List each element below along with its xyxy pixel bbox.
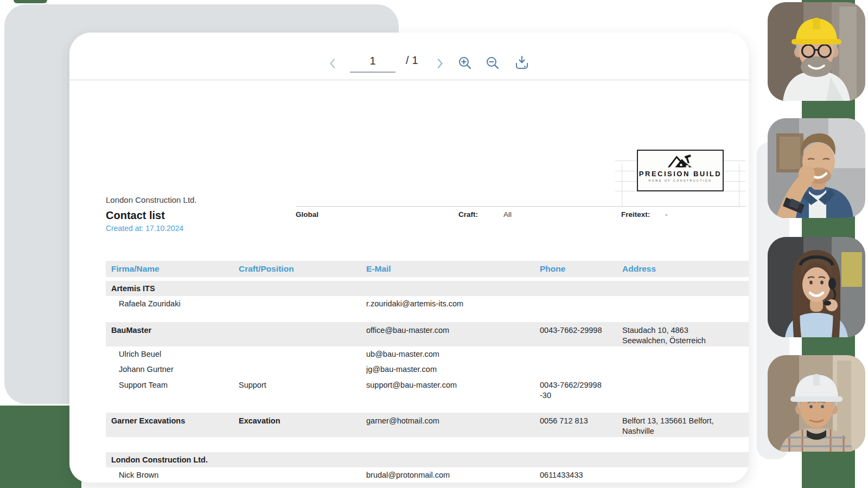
cell-craft: Excavation (239, 416, 366, 426)
photo-man-with-white-hard-hat (768, 355, 865, 452)
zoom-in-icon (457, 55, 473, 70)
document-title: Contact list (106, 209, 165, 222)
avatar-illustration (768, 237, 865, 337)
cell-phone: 0056 712 813 (540, 416, 622, 426)
zoom-in-button[interactable] (457, 54, 473, 72)
column-header: Phone (540, 264, 622, 274)
cell-name: Nick Brown (106, 471, 239, 479)
table-spacer (106, 437, 749, 452)
cell-email: r.zouridaki@artemis-its.com (366, 299, 540, 308)
company-logo: PRECISION BUILD HOME OF CONSTRUCTION (637, 150, 724, 191)
filter-global-label: Global (296, 210, 318, 219)
table-row: Ulrich Beuelub@bau-master.com (106, 346, 749, 362)
pdf-document-page: London Construction Ltd. PRECISION BUILD… (69, 80, 749, 483)
cell-email: garner@hotmail.com (366, 416, 540, 426)
download-icon (514, 55, 529, 71)
cell-name: Rafaela Zouridaki (106, 299, 239, 308)
filter-freitext-value: - (665, 210, 668, 219)
table-row: Rafaela Zouridakir.zouridaki@artemis-its… (106, 296, 749, 311)
cell-email: jg@bau-master.com (366, 365, 540, 374)
page-number-input[interactable]: 1 (350, 50, 395, 73)
cell-craft: Support (239, 380, 366, 390)
page-number-value: 1 (369, 55, 375, 67)
table-row: BauMasteroffice@bau-master.com0043-7662-… (106, 322, 749, 346)
cell-address: Belfort 13, 135661 Belfort,Nashville (622, 416, 749, 436)
table-row: Nick Brownbrudal@protonmail.com061143343… (106, 467, 749, 483)
filter-divider-line (296, 206, 746, 207)
filter-craft-value: All (503, 210, 512, 219)
contact-table: Firma/NameCraft/PositionE-MailPhoneAddre… (106, 261, 749, 483)
cell-name: Support Team (106, 380, 239, 390)
chevron-right-icon (433, 56, 447, 70)
cell-name: Artemis ITS (106, 284, 239, 293)
photo-man-with-yellow-hard-hat (768, 2, 865, 101)
filter-freitext-label: Freitext: (621, 210, 650, 219)
cell-email: support@bau-master.com (366, 380, 540, 390)
column-header: Firma/Name (106, 264, 239, 274)
column-header: E-Mail (366, 264, 540, 274)
cell-name: Garner Excavations (106, 416, 239, 426)
document-created-date: Created at: 17.10.2024 (106, 224, 183, 233)
download-button[interactable] (514, 54, 530, 72)
cell-email: brudal@protonmail.com (366, 471, 540, 479)
blueprint-gridline (739, 164, 739, 207)
photo-man-in-denim-shirt (768, 118, 865, 218)
logo-title: PRECISION BUILD (639, 170, 722, 178)
table-header-row: Firma/NameCraft/PositionE-MailPhoneAddre… (106, 261, 749, 277)
table-row: Garner ExcavationsExcavationgarner@hotma… (106, 413, 749, 437)
zoom-out-icon (485, 55, 500, 70)
avatar-illustration (768, 118, 865, 218)
cell-email: ub@bau-master.com (366, 350, 540, 358)
table-spacer (106, 311, 749, 322)
cell-name: Johann Gurtner (106, 365, 239, 374)
next-page-button[interactable] (433, 56, 447, 70)
cell-name: Ulrich Beuel (106, 350, 239, 358)
avatar-illustration (768, 355, 865, 452)
avatar-illustration (768, 2, 865, 101)
previous-page-button[interactable] (326, 56, 340, 70)
table-row: Johann Gurtnerjg@bau-master.com (106, 362, 749, 377)
column-header: Address (622, 264, 749, 274)
cell-phone: 0043-7662/29998-30 (540, 380, 622, 401)
table-row: Artemis ITS (106, 281, 749, 296)
photo-woman-with-headset (768, 237, 865, 337)
cell-address: Staudach 10, 4863Seewalchen, Österreich (622, 325, 749, 346)
document-company-name: London Construction Ltd. (106, 195, 197, 204)
cell-email: office@bau-master.com (366, 325, 540, 336)
table-spacer (106, 277, 749, 281)
cell-name: London Construction Ltd. (106, 455, 239, 464)
cell-name: BauMaster (106, 325, 239, 336)
page: 1 /1 (0, 0, 868, 488)
chevron-left-icon (326, 56, 340, 70)
column-header: Craft/Position (239, 264, 366, 274)
filter-craft-label: Craft: (458, 210, 478, 219)
pdf-toolbar: 1 /1 (69, 33, 749, 80)
table-row: London Construction Ltd. (106, 452, 749, 467)
table-body: Artemis ITSRafaela Zouridakir.zouridaki@… (106, 277, 749, 483)
house-hammer-logo-icon (665, 153, 696, 169)
page-count-label: /1 (406, 54, 422, 67)
table-row: Support TeamSupportsupport@bau-master.co… (106, 377, 749, 402)
cell-phone: 0611433433 (540, 471, 622, 479)
cell-phone: 0043-7662-29998 (540, 325, 622, 336)
green-accent-shape-top (14, 0, 47, 3)
logo-subtitle: HOME OF CONSTRUCTION (649, 179, 712, 182)
zoom-out-button[interactable] (484, 54, 501, 72)
blueprint-gridline (622, 164, 622, 207)
table-spacer (106, 402, 749, 413)
pdf-viewer-card: 1 /1 (69, 33, 749, 483)
